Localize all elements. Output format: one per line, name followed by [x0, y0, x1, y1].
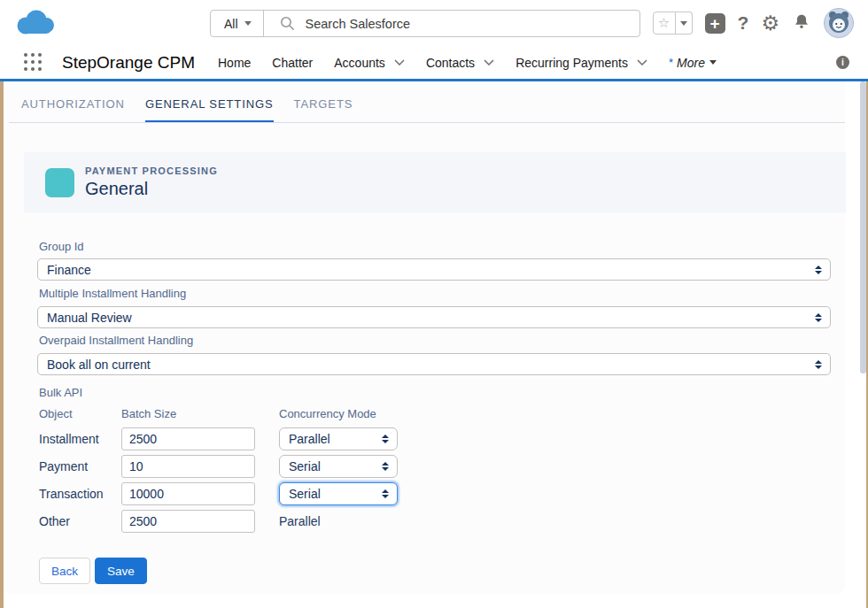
favorites-star-button[interactable]: ☆ — [653, 12, 676, 35]
row-label-payment: Payment — [39, 455, 88, 478]
other-batch-size-input[interactable] — [121, 510, 255, 533]
payment-concurrency-select[interactable]: Serial — [279, 455, 398, 478]
multiple-installment-handling-select[interactable]: Manual Review — [37, 306, 831, 328]
salesforce-cloud-logo — [14, 9, 57, 36]
payment-batch-size-input[interactable] — [121, 455, 255, 478]
column-header-concurrency-mode: Concurrency Mode — [279, 407, 376, 420]
select-value: Parallel — [289, 432, 330, 446]
nav-item-contacts[interactable]: Contacts — [426, 56, 494, 70]
quick-create-button[interactable]: + — [705, 13, 725, 34]
caret-down-icon — [244, 21, 252, 26]
window-edge-left — [0, 81, 4, 608]
select-arrows-icon — [815, 313, 822, 322]
nav-item-recurring-payments[interactable]: Recurring Payments — [515, 56, 647, 70]
scrollbar-thumb[interactable] — [860, 81, 866, 373]
back-button[interactable]: Back — [39, 558, 90, 584]
search-scope-dropdown[interactable]: All — [211, 11, 263, 36]
salesforce-app-window: All ☆ + ? — [0, 0, 868, 608]
select-value: Serial — [289, 487, 321, 501]
settings-tabs: AUTHORIZATION GENERAL SETTINGS TARGETS — [21, 81, 353, 123]
gear-icon: ⚙ — [761, 12, 779, 35]
field-label-group-id: Group Id — [39, 240, 84, 253]
column-header-batch-size: Batch Size — [121, 407, 176, 420]
select-arrows-icon — [815, 360, 822, 369]
nav-item-more[interactable]: * More — [669, 56, 717, 70]
other-concurrency-static: Parallel — [279, 510, 321, 533]
header-actions: ☆ + ? ⚙ — [653, 0, 854, 46]
select-arrows-icon — [382, 489, 389, 498]
main-navigation: Home Chatter Accounts Contacts Recurring… — [218, 46, 717, 79]
row-label-other: Other — [39, 510, 70, 533]
nav-label: Recurring Payments — [515, 56, 628, 70]
nav-item-home[interactable]: Home — [218, 56, 251, 70]
nav-item-accounts[interactable]: Accounts — [334, 56, 405, 70]
select-value: Finance — [47, 263, 91, 277]
payment-processing-icon — [45, 168, 74, 197]
transaction-batch-size-input[interactable] — [121, 482, 255, 505]
installment-batch-size-input[interactable] — [121, 427, 255, 450]
select-value: Serial — [289, 459, 321, 473]
page-content: AUTHORIZATION GENERAL SETTINGS TARGETS P… — [0, 81, 868, 608]
triangle-down-icon — [709, 60, 717, 65]
nav-label: Contacts — [426, 56, 475, 70]
astro-avatar-icon — [825, 9, 853, 37]
search-input[interactable] — [306, 17, 639, 31]
row-label-installment: Installment — [39, 427, 99, 450]
select-value: Manual Review — [47, 311, 132, 325]
section-header: PAYMENT PROCESSING General — [24, 152, 846, 212]
installment-concurrency-select[interactable]: Parallel — [279, 427, 398, 450]
page-title: General — [85, 179, 218, 199]
tab-authorization[interactable]: AUTHORIZATION — [21, 97, 125, 123]
chevron-down-icon — [394, 59, 405, 65]
app-name: StepOrange CPM — [62, 46, 195, 79]
select-arrows-icon — [382, 435, 389, 443]
app-nav-bar: StepOrange CPM Home Chatter Accounts Con… — [0, 46, 868, 79]
save-button[interactable]: Save — [95, 558, 147, 584]
app-launcher-icon[interactable] — [24, 53, 43, 72]
chevron-down-icon — [637, 59, 647, 65]
caret-down-icon — [680, 21, 687, 26]
tabs-divider — [9, 122, 845, 123]
notifications-button[interactable] — [792, 12, 811, 35]
tab-targets[interactable]: TARGETS — [294, 97, 353, 123]
section-eyebrow: PAYMENT PROCESSING — [85, 165, 218, 176]
bulk-api-label: Bulk API — [39, 386, 82, 399]
global-header: All ☆ + ? — [0, 0, 868, 46]
field-label-overpaid-installment-handling: Overpaid Installment Handling — [39, 334, 193, 347]
select-arrows-icon — [815, 266, 822, 274]
user-avatar[interactable] — [824, 8, 854, 38]
info-icon[interactable]: i — [836, 56, 849, 69]
transaction-concurrency-select[interactable]: Serial — [279, 482, 398, 505]
row-label-transaction: Transaction — [39, 482, 104, 505]
field-label-multiple-installment-handling: Multiple Installment Handling — [39, 287, 186, 300]
star-icon: ☆ — [658, 15, 670, 31]
nav-label: More — [677, 56, 705, 70]
help-icon: ? — [738, 12, 749, 33]
chevron-down-icon — [484, 59, 494, 65]
group-id-select[interactable]: Finance — [37, 258, 831, 281]
search-scope-value: All — [224, 17, 238, 31]
select-arrows-icon — [382, 462, 389, 471]
favorites-caret-button[interactable] — [676, 12, 693, 35]
help-button[interactable]: ? — [738, 12, 749, 34]
overpaid-installment-handling-select[interactable]: Book all on current — [37, 353, 831, 375]
bell-icon — [792, 12, 811, 32]
favorites-control: ☆ — [653, 12, 693, 35]
search-divider — [263, 10, 264, 37]
plus-icon: + — [709, 14, 719, 33]
column-header-object: Object — [39, 407, 73, 420]
nav-label: Home — [218, 56, 251, 70]
nav-item-chatter[interactable]: Chatter — [272, 56, 313, 70]
search-icon — [280, 16, 295, 31]
nav-label: Accounts — [334, 56, 385, 70]
select-value: Book all on current — [47, 358, 151, 372]
nav-label: Chatter — [272, 56, 313, 70]
tab-general-settings[interactable]: GENERAL SETTINGS — [145, 97, 274, 123]
unsaved-asterisk: * — [669, 56, 673, 69]
global-search: All — [210, 10, 640, 37]
setup-gear-button[interactable]: ⚙ — [761, 12, 779, 34]
